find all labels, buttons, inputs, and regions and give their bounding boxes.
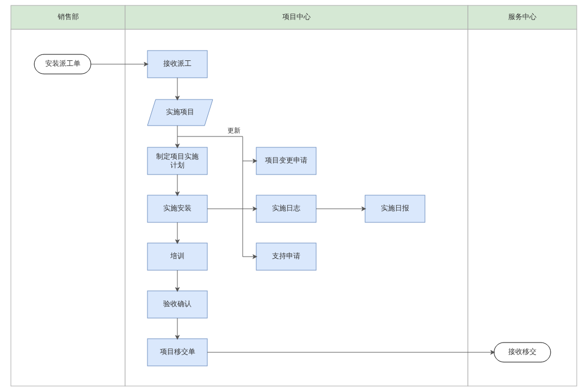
node-training-label: 培训 bbox=[170, 252, 184, 260]
node-receive-handover-label: 接收移交 bbox=[508, 347, 536, 356]
node-support-request-label: 支持申请 bbox=[272, 252, 300, 260]
node-make-plan-label-2: 计划 bbox=[170, 161, 184, 169]
node-make-plan-label-1: 制定项目实施 bbox=[156, 152, 199, 160]
node-handover-order-label: 项目移交单 bbox=[160, 347, 195, 356]
node-receive-dispatch-label: 接收派工 bbox=[163, 59, 192, 67]
lane-sales-label: 销售部 bbox=[57, 13, 79, 21]
node-dispatch-order-label: 安装派工单 bbox=[45, 59, 81, 67]
node-change-request-label: 项目变更申请 bbox=[265, 156, 307, 164]
svg-rect-3 bbox=[11, 29, 125, 386]
swimlane-flowchart: 销售部 项目中心 服务中心 安装派工单 接收派工 实施项目 制定项目实施 计划 … bbox=[0, 0, 586, 392]
edge-update-label: 更新 bbox=[227, 127, 240, 134]
node-impl-daily-label: 实施日报 bbox=[381, 204, 409, 212]
lane-project-label: 项目中心 bbox=[282, 13, 311, 21]
node-impl-log-label: 实施日志 bbox=[272, 204, 300, 212]
node-impl-project-label: 实施项目 bbox=[166, 108, 194, 116]
node-accept-confirm-label: 验收确认 bbox=[163, 300, 192, 308]
lane-service-label: 服务中心 bbox=[508, 13, 536, 21]
node-impl-install-label: 实施安装 bbox=[163, 204, 192, 212]
svg-rect-5 bbox=[468, 29, 577, 386]
